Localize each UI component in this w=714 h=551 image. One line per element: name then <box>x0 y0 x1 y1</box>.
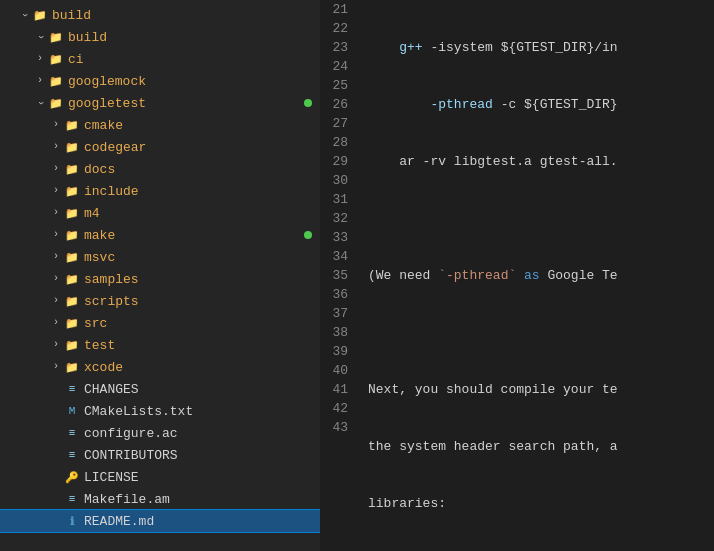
sidebar-item-codegear[interactable]: › 📁 codegear <box>0 136 320 158</box>
arrow-icon: › <box>48 315 64 331</box>
line-num: 36 <box>320 285 348 304</box>
sidebar-item-label: CONTRIBUTORS <box>84 448 320 463</box>
folder-icon: 📁 <box>64 227 80 243</box>
code-line-28: the system header search path, a <box>368 437 714 456</box>
sidebar-item-scripts[interactable]: › 📁 scripts <box>0 290 320 312</box>
sidebar-item-label: README.md <box>84 514 320 529</box>
code-line-22: -pthread -c ${GTEST_DIR} <box>368 95 714 114</box>
sidebar-item-samples[interactable]: › 📁 samples <box>0 268 320 290</box>
line-num: 34 <box>320 247 348 266</box>
sidebar-item-label: googletest <box>68 96 304 111</box>
sidebar-item-label: CMakeLists.txt <box>84 404 320 419</box>
sidebar-item-label: docs <box>84 162 320 177</box>
sidebar-item-xcode[interactable]: › 📁 xcode <box>0 356 320 378</box>
line-num: 37 <box>320 304 348 323</box>
sidebar-item-label: include <box>84 184 320 199</box>
sidebar-item-label: xcode <box>84 360 320 375</box>
sidebar-item-cmakelists[interactable]: › M CMakeLists.txt <box>0 400 320 422</box>
sidebar-item-googletest[interactable]: › 📁 googletest <box>0 92 320 114</box>
sidebar-item-ci[interactable]: › 📁 ci <box>0 48 320 70</box>
arrow-icon: › <box>32 29 48 45</box>
modified-badge <box>304 231 312 239</box>
line-num: 31 <box>320 190 348 209</box>
sidebar-item-src[interactable]: › 📁 src <box>0 312 320 334</box>
sidebar-item-changes[interactable]: › ≡ CHANGES <box>0 378 320 400</box>
sidebar-item-label: build <box>52 8 320 23</box>
code-line-23: ar -rv libgtest.a gtest-all. <box>368 152 714 171</box>
line-num: 38 <box>320 323 348 342</box>
sidebar-item-label: scripts <box>84 294 320 309</box>
sidebar-item-build-top[interactable]: › 📁 build <box>0 4 320 26</box>
code-line-25: (We need `-pthread` as Google Te <box>368 266 714 285</box>
folder-icon: 📁 <box>48 51 64 67</box>
sidebar-item-msvc[interactable]: › 📁 msvc <box>0 246 320 268</box>
folder-icon: 📁 <box>64 337 80 353</box>
sidebar-item-contributors[interactable]: › ≡ CONTRIBUTORS <box>0 444 320 466</box>
sidebar-item-cmake[interactable]: › 📁 cmake <box>0 114 320 136</box>
file-icon: ≡ <box>64 447 80 463</box>
sidebar-item-readme-md[interactable]: › ℹ README.md <box>0 510 320 532</box>
sidebar-item-license[interactable]: › 🔑 LICENSE <box>0 466 320 488</box>
sidebar-item-label: Makefile.am <box>84 492 320 507</box>
sidebar-item-label: cmake <box>84 118 320 133</box>
sidebar-item-label: ci <box>68 52 320 67</box>
sidebar-item-build-sub[interactable]: › 📁 build <box>0 26 320 48</box>
line-num: 35 <box>320 266 348 285</box>
folder-icon: 📁 <box>48 73 64 89</box>
folder-icon: 📁 <box>64 183 80 199</box>
line-num: 29 <box>320 152 348 171</box>
file-explorer[interactable]: › 📁 build › 📁 build › 📁 ci › 📁 googlemoc… <box>0 0 320 551</box>
sidebar-item-include[interactable]: › 📁 include <box>0 180 320 202</box>
sidebar-item-label: test <box>84 338 320 353</box>
folder-icon: 📁 <box>64 117 80 133</box>
sidebar-item-docs[interactable]: › 📁 docs <box>0 158 320 180</box>
sidebar-item-label: src <box>84 316 320 331</box>
code-line-24 <box>368 209 714 228</box>
sidebar-item-makefile-am[interactable]: › ≡ Makefile.am <box>0 488 320 510</box>
arrow-icon: › <box>32 95 48 111</box>
sidebar-item-label: msvc <box>84 250 320 265</box>
code-line-29: libraries: <box>368 494 714 513</box>
folder-icon: 📁 <box>64 271 80 287</box>
sidebar-item-make[interactable]: › 📁 make <box>0 224 320 246</box>
file-icon: ≡ <box>64 425 80 441</box>
arrow-icon: › <box>48 205 64 221</box>
line-num: 23 <box>320 38 348 57</box>
sidebar-item-googlemock[interactable]: › 📁 googlemock <box>0 70 320 92</box>
file-icon: ℹ <box>64 513 80 529</box>
arrow-icon: › <box>48 183 64 199</box>
line-num: 33 <box>320 228 348 247</box>
line-num: 26 <box>320 95 348 114</box>
code-line-27: Next, you should compile your te <box>368 380 714 399</box>
folder-icon: 📁 <box>64 293 80 309</box>
line-num: 21 <box>320 0 348 19</box>
sidebar-item-configure-ac[interactable]: › ≡ configure.ac <box>0 422 320 444</box>
file-icon: M <box>64 403 80 419</box>
file-icon: ≡ <box>64 491 80 507</box>
arrow-icon: › <box>32 51 48 67</box>
folder-icon: 📁 <box>64 139 80 155</box>
sidebar-item-label: build <box>68 30 320 45</box>
sidebar-item-m4[interactable]: › 📁 m4 <box>0 202 320 224</box>
arrow-icon: › <box>48 249 64 265</box>
line-num: 41 <box>320 380 348 399</box>
line-num: 43 <box>320 418 348 437</box>
arrow-icon: › <box>16 7 32 23</box>
sidebar-item-test[interactable]: › 📁 test <box>0 334 320 356</box>
line-num: 40 <box>320 361 348 380</box>
folder-icon: 📁 <box>64 359 80 375</box>
sidebar-item-label: make <box>84 228 304 243</box>
folder-icon: 📁 <box>48 29 64 45</box>
line-num: 28 <box>320 133 348 152</box>
folder-icon: 📁 <box>48 95 64 111</box>
code-content[interactable]: g++ -isystem ${GTEST_DIR}/in -pthread -c… <box>360 0 714 551</box>
file-icon: ≡ <box>64 381 80 397</box>
arrow-icon: › <box>48 161 64 177</box>
arrow-icon: › <box>48 139 64 155</box>
modified-badge <box>304 99 312 107</box>
line-num: 39 <box>320 342 348 361</box>
line-num: 27 <box>320 114 348 133</box>
arrow-icon: › <box>48 271 64 287</box>
folder-icon: 📁 <box>32 7 48 23</box>
line-num: 24 <box>320 57 348 76</box>
